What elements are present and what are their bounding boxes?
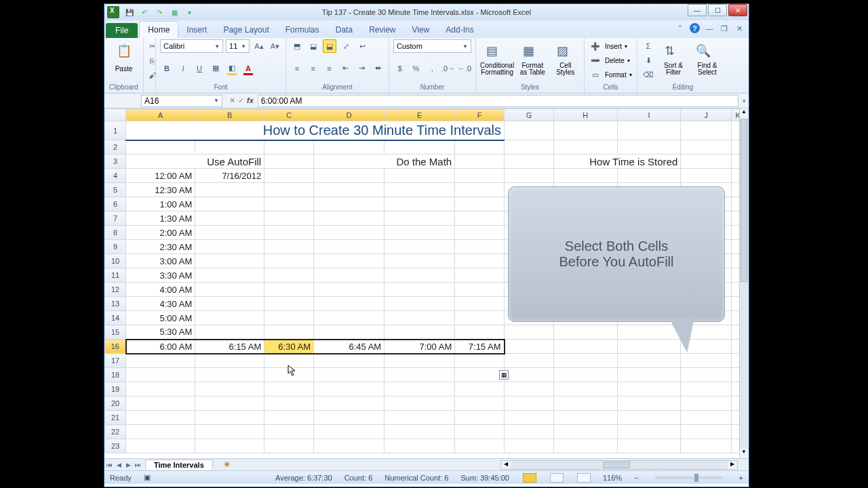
col-header-H[interactable]: H (553, 109, 617, 121)
cell-A12[interactable]: 4:00 AM (126, 283, 195, 297)
cell-D5[interactable] (314, 183, 384, 197)
cell-B4[interactable]: 7/16/2012 (195, 169, 264, 183)
sheet-nav-prev-icon[interactable]: ◀ (114, 462, 123, 468)
cell-B20[interactable] (195, 396, 264, 411)
qat-redo-icon[interactable]: ↷ (153, 7, 165, 18)
row-header-19[interactable]: 19 (105, 382, 126, 396)
row-header-21[interactable]: 21 (105, 411, 126, 425)
cell-F20[interactable] (455, 396, 505, 411)
row-header-16[interactable]: 16 (105, 340, 126, 354)
row-header-10[interactable]: 10 (105, 254, 126, 268)
cell-C21[interactable] (264, 411, 314, 425)
cell-D4[interactable] (314, 169, 384, 183)
cell-I2[interactable] (617, 140, 681, 155)
cell-G15[interactable] (505, 325, 554, 340)
cell-J2[interactable] (681, 140, 732, 155)
col-header-C[interactable]: C (264, 109, 314, 121)
name-box[interactable]: A16▼ (141, 95, 222, 107)
row-header-9[interactable]: 9 (105, 240, 126, 254)
sort-filter-icon[interactable]: ⇅ (658, 39, 681, 62)
accounting-icon[interactable]: $ (393, 62, 407, 75)
cell-C9[interactable] (264, 240, 314, 254)
cell-A7[interactable]: 1:30 AM (126, 211, 195, 226)
macro-record-icon[interactable]: ▣ (144, 473, 151, 482)
cell-I18[interactable] (617, 368, 681, 382)
row-header-6[interactable]: 6 (105, 197, 126, 211)
cell-H23[interactable] (553, 439, 617, 453)
cell-C18[interactable] (264, 368, 314, 382)
cell-A23[interactable] (126, 439, 195, 453)
tab-home[interactable]: Home (139, 21, 178, 38)
cell-A13[interactable]: 4:30 AM (126, 297, 195, 311)
row-header-23[interactable]: 23 (105, 439, 126, 453)
cell-B7[interactable] (195, 211, 264, 226)
cell-G23[interactable] (505, 439, 554, 453)
cell-H15[interactable] (553, 325, 617, 340)
scroll-up-icon[interactable]: ▲ (740, 108, 748, 118)
font-name-input[interactable]: Calibri▼ (160, 39, 223, 53)
underline-icon[interactable]: U (193, 62, 206, 75)
cell-B15[interactable] (195, 325, 264, 340)
cell-I20[interactable] (617, 396, 681, 411)
cell-G4[interactable] (505, 169, 554, 183)
cell-H18[interactable] (553, 368, 617, 382)
cell-D3[interactable]: Do the Math (314, 155, 455, 169)
cell-G20[interactable] (505, 396, 554, 411)
row-header-11[interactable]: 11 (105, 268, 126, 283)
cell-styles-icon[interactable]: ▨ (551, 39, 574, 62)
cell-I17[interactable] (617, 354, 681, 368)
cell-C12[interactable] (264, 283, 314, 297)
cell-A3[interactable]: Use AutoFill (126, 155, 264, 169)
scroll-down-icon[interactable]: ▼ (740, 449, 748, 458)
cell-C2[interactable] (264, 140, 314, 155)
italic-icon[interactable]: I (176, 62, 190, 75)
cell-D2[interactable] (314, 140, 384, 155)
shrink-font-icon[interactable]: A▾ (269, 39, 281, 53)
scroll-right-icon[interactable]: ▶ (728, 461, 737, 469)
tab-view[interactable]: View (404, 22, 438, 38)
cell-H22[interactable] (553, 425, 617, 439)
increase-indent-icon[interactable]: ⇥ (355, 62, 368, 75)
col-header-F[interactable]: F (455, 109, 505, 121)
cell-E10[interactable] (384, 254, 455, 268)
close-button[interactable]: ✕ (728, 4, 747, 16)
cell-C20[interactable] (264, 396, 314, 411)
tab-formulas[interactable]: Formulas (277, 22, 328, 38)
cell-I23[interactable] (617, 439, 681, 453)
qat-print-icon[interactable]: ▦ (168, 7, 180, 18)
increase-decimal-icon[interactable]: .0→ (441, 62, 455, 75)
cell-A8[interactable]: 2:00 AM (126, 226, 195, 240)
cell-F2[interactable] (455, 140, 505, 155)
align-center-icon[interactable]: ≡ (307, 62, 320, 75)
cell-A17[interactable] (126, 354, 195, 368)
orientation-icon[interactable]: ⤢ (339, 39, 353, 53)
vscroll-thumb[interactable] (741, 119, 747, 282)
cell-C16[interactable]: 6:30 AM (264, 340, 314, 354)
cell-E7[interactable] (384, 211, 455, 226)
sheet-nav-next-icon[interactable]: ▶ (123, 462, 133, 468)
cell-D8[interactable] (314, 226, 384, 240)
cell-E19[interactable] (384, 382, 455, 396)
cell-C6[interactable] (264, 197, 314, 211)
cell-B11[interactable] (195, 268, 264, 283)
cell-C7[interactable] (264, 211, 314, 226)
cell-E21[interactable] (384, 411, 455, 425)
cell-E8[interactable] (384, 226, 455, 240)
sheet-nav-first-icon[interactable]: ⏮ (104, 462, 114, 468)
cell-B14[interactable] (195, 311, 264, 325)
row-header-20[interactable]: 20 (105, 396, 126, 411)
cell-G18[interactable] (505, 368, 554, 382)
cell-J23[interactable] (681, 439, 732, 453)
col-header-G[interactable]: G (505, 109, 554, 121)
cell-A9[interactable]: 2:30 AM (126, 240, 195, 254)
cell-C11[interactable] (264, 268, 314, 283)
cell-B8[interactable] (195, 226, 264, 240)
cell-B23[interactable] (195, 439, 264, 453)
cell-E14[interactable] (384, 311, 455, 325)
fill-icon[interactable]: ⬇ (642, 54, 655, 67)
cancel-formula-icon[interactable]: ✕ (229, 96, 235, 105)
cell-J21[interactable] (681, 411, 732, 425)
formula-input[interactable]: 6:00:00 AM (258, 95, 738, 107)
grow-font-icon[interactable]: A▴ (252, 39, 265, 53)
cell-C17[interactable] (264, 354, 314, 368)
